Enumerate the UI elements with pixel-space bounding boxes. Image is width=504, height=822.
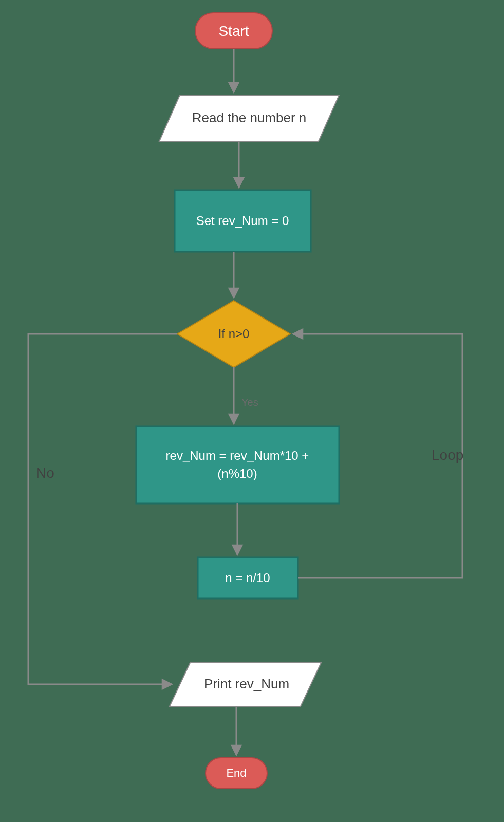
node-update-label-line1: rev_Num = rev_Num*10 + (166, 449, 309, 462)
node-read-label: Read the number n (192, 110, 307, 125)
edge-cond-update-label: Yes (241, 397, 258, 408)
node-init: Set rev_Num = 0 (175, 190, 311, 252)
node-cond: If n>0 (177, 301, 290, 367)
node-init-label: Set rev_Num = 0 (196, 214, 289, 228)
node-divide-label: n = n/10 (225, 571, 270, 585)
edge-no-label: No (36, 465, 54, 481)
node-print-label: Print rev_Num (204, 676, 289, 692)
edge-cond-print-no (28, 334, 177, 684)
node-end: End (206, 758, 267, 789)
node-divide: n = n/10 (198, 557, 298, 599)
node-update: rev_Num = rev_Num*10 + (n%10) (136, 426, 339, 503)
svg-rect-4 (136, 426, 339, 503)
node-print: Print rev_Num (170, 663, 321, 706)
node-read: Read the number n (159, 95, 339, 141)
node-update-label-line2: (n%10) (217, 466, 257, 480)
node-start: Start (195, 13, 272, 49)
edge-loop-label: Loop (432, 447, 463, 463)
node-start-label: Start (218, 23, 249, 39)
flowchart-canvas: Start Read the number n Set rev_Num = 0 … (0, 0, 504, 822)
node-end-label: End (226, 767, 246, 779)
node-cond-label: If n>0 (218, 327, 250, 341)
